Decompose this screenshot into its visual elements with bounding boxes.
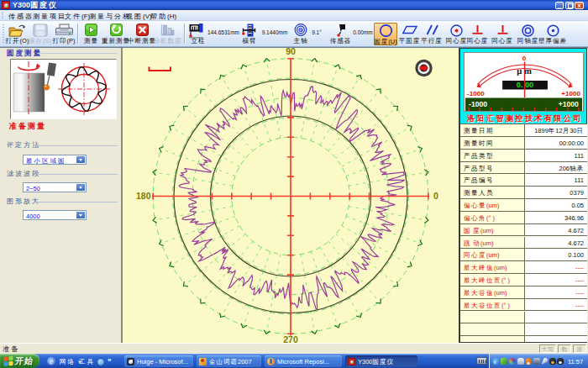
svg-text:0: 0	[522, 55, 527, 62]
svg-text:+1000: +1000	[561, 91, 580, 98]
svg-text:0: 0	[433, 191, 438, 201]
svg-text:+1000: +1000	[559, 100, 579, 108]
svg-text:180: 180	[136, 191, 151, 201]
svg-text:270: 270	[283, 334, 298, 343]
svg-text:90: 90	[286, 48, 296, 56]
svg-text:-1000: -1000	[469, 100, 487, 108]
svg-text:-1000: -1000	[467, 91, 485, 98]
